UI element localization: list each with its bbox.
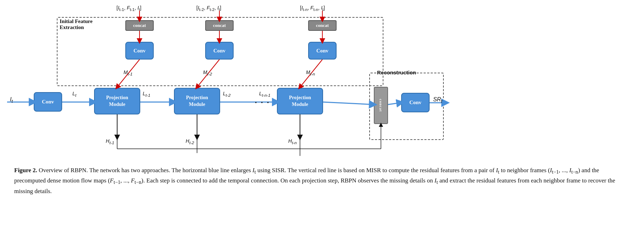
it-label: It: [10, 96, 13, 104]
conv-top-1: Conv: [125, 42, 154, 60]
conv-recon: Conv: [401, 93, 430, 112]
top-input-3-label: [It-n, Ft-n, It]: [300, 5, 325, 12]
ht1-label: Ht-1: [106, 138, 114, 145]
svg-line-13: [323, 102, 373, 105]
top-input-1-label: [It-1, Ft-1, It]: [116, 5, 141, 12]
caption-text: Figure 2. Overview of RBPN. The network …: [14, 167, 615, 195]
lt1-label: Lt-1: [143, 91, 150, 97]
dots-label: · · ·: [255, 98, 270, 107]
conv-top-3: Conv: [308, 42, 337, 60]
srt-label: SRt: [433, 96, 442, 104]
proj-module-3: ProjectionModule: [277, 88, 323, 114]
initial-feature-label: Initial Feature Extraction: [60, 18, 93, 30]
ltn1-label: Lt-n-1: [259, 91, 271, 97]
concat-recon: concat: [374, 87, 388, 124]
ht2-label: Ht-2: [186, 138, 194, 145]
top-input-2-label: [It-2, Ft-2, It]: [196, 5, 221, 12]
figure-caption: Figure 2. Overview of RBPN. The network …: [0, 163, 644, 199]
mt1-label: Mt-1: [124, 69, 132, 76]
concat-box-1: concat: [125, 20, 154, 31]
htn-label: Ht-n: [288, 138, 297, 145]
conv-input: Conv: [34, 92, 62, 112]
lt-label: Lt: [72, 91, 76, 97]
mtn-label: Mt-n: [306, 69, 315, 76]
reconstruction-label: Reconstruction: [377, 69, 416, 75]
proj-module-1: ProjectionModule: [94, 88, 140, 114]
diagram-area: Initial Feature Extraction Reconstructio…: [0, 0, 644, 163]
concat-box-2: concat: [205, 20, 234, 31]
lt2-label: Lt-2: [223, 91, 230, 97]
mt2-label: Mt-2: [203, 69, 212, 76]
proj-module-2: ProjectionModule: [174, 88, 220, 114]
concat-box-3: concat: [308, 20, 337, 31]
conv-top-2: Conv: [205, 42, 234, 60]
